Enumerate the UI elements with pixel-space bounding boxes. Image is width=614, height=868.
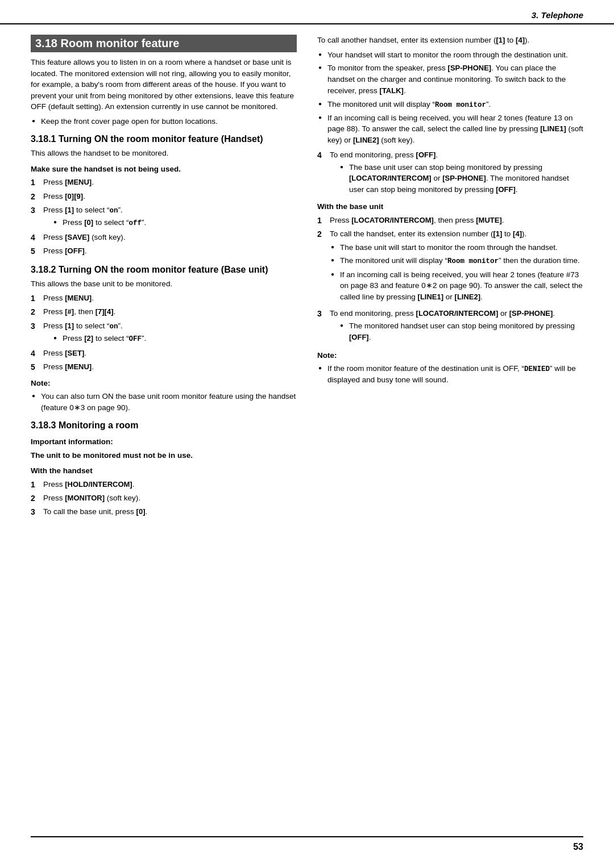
step-2-5: 5 Press [MENU]. (31, 361, 297, 373)
base-step-2-num: 2 (317, 228, 330, 306)
header-title: 3. Telephone (532, 10, 583, 20)
step-2-1-content: Press [MENU]. (43, 293, 297, 304)
right-step-4: 4 To end monitoring, press [OFF]. The ba… (317, 149, 583, 197)
base-step-3-sub-1: The monitored handset user can stop bein… (340, 320, 583, 343)
sub2-note: Note: You can also turn ON the base unit… (31, 378, 297, 414)
section-title-bar: 3.18 Room monitor feature (31, 35, 297, 52)
step-1-4: 4 Press [SAVE] (soft key). (31, 232, 297, 243)
right-bullet-1: Your handset will start to monitor the r… (317, 49, 583, 61)
step-1-1: 1 Press [MENU]. (31, 177, 297, 188)
page-container: 3. Telephone 3.18 Room monitor feature T… (0, 0, 614, 868)
step-3-2: 2 Press [MONITOR] (soft key). (31, 493, 297, 504)
step-2-1: 1 Press [MENU]. (31, 293, 297, 304)
step-3-2-num: 2 (31, 493, 43, 504)
base-step-1-content: Press [LOCATOR/INTERCOM], then press [MU… (330, 215, 583, 226)
sub2-note-bullet-1: You can also turn ON the base unit room … (31, 391, 297, 413)
step-2-2: 2 Press [#], then [7][4]. (31, 306, 297, 318)
right-note-bullet-1: If the room monitor feature of the desti… (317, 363, 583, 386)
step-1-4-content: Press [SAVE] (soft key). (43, 232, 297, 243)
base-step-2-b2: The monitored unit will display “Room mo… (330, 255, 583, 266)
right-bullet-4: If an incoming call is being received, y… (317, 112, 583, 146)
section-intro: This feature allows you to listen in on … (31, 57, 297, 112)
step-1-2-num: 2 (31, 191, 43, 202)
right-step-4-content: To end monitoring, press [OFF]. The base… (330, 149, 583, 197)
base-step-1-num: 1 (317, 215, 330, 226)
page-header: 3. Telephone (0, 0, 614, 24)
step-2-4-content: Press [SET]. (43, 348, 297, 359)
right-step-4-sub: The base unit user can stop being monito… (340, 162, 583, 195)
base-label: With the base unit (317, 201, 583, 212)
page-number: 53 (573, 842, 583, 852)
right-intro: To call another handset, enter its exten… (317, 35, 583, 46)
sub2-note-bullets: You can also turn ON the base unit room … (31, 391, 297, 413)
step-1-3-content: Press [1] to select “on”. Press [0] to s… (43, 205, 297, 229)
sub2-note-label: Note: (31, 378, 297, 389)
right-bullet-2: To monitor from the speaker, press [SP-P… (317, 62, 583, 96)
step-2-3-num: 3 (31, 320, 43, 345)
right-note-bullets: If the room monitor feature of the desti… (317, 363, 583, 386)
sub1-heading: 3.18.1 Turning ON the room monitor featu… (31, 133, 297, 145)
step-2-3-sub-1: Press [2] to select “OFF”. (53, 333, 297, 344)
right-bullets-1: Your handset will start to monitor the r… (317, 49, 583, 146)
sub3-heading: 3.18.3 Monitoring a room (31, 420, 297, 432)
base-step-3: 3 To end monitoring, press [LOCATOR/INTE… (317, 308, 583, 344)
step-1-3: 3 Press [1] to select “on”. Press [0] to… (31, 205, 297, 229)
step-1-5-num: 5 (31, 245, 43, 257)
step-1-1-content: Press [MENU]. (43, 177, 297, 188)
base-step-2-b1: The base unit will start to monitor the … (330, 242, 583, 253)
right-column: To call another handset, enter its exten… (317, 35, 583, 520)
step-1-3-sub: Press [0] to select “off”. (53, 217, 297, 228)
step-2-3-content: Press [1] to select “on”. Press [2] to s… (43, 320, 297, 345)
intro-bullets: Keep the front cover page open for butto… (31, 116, 297, 127)
sub2-intro: This allows the base unit to be monitore… (31, 278, 297, 290)
step-1-3-num: 3 (31, 205, 43, 229)
base-step-2-bullets: The base unit will start to monitor the … (330, 242, 583, 303)
step-1-3-sub-1: Press [0] to select “off”. (53, 217, 297, 228)
key-09: [0][9] (65, 192, 83, 201)
right-note: Note: If the room monitor feature of the… (317, 350, 583, 386)
section-title: 3.18 Room monitor feature (35, 37, 292, 50)
base-step-1: 1 Press [LOCATOR/INTERCOM], then press [… (317, 215, 583, 226)
step-3-1-content: Press [HOLD/INTERCOM]. (43, 479, 297, 490)
base-step-3-sub: The monitored handset user can stop bein… (340, 320, 583, 343)
sub3-handset-label: With the handset (31, 465, 297, 477)
step-3-3-num: 3 (31, 506, 43, 518)
step-3-1: 1 Press [HOLD/INTERCOM]. (31, 479, 297, 490)
step-2-3-sub: Press [2] to select “OFF”. (53, 333, 297, 344)
step-3-3: 3 To call the base unit, press [0]. (31, 506, 297, 518)
sub1-bold: Make sure the handset is not being used. (31, 164, 297, 175)
page-footer: 53 (573, 842, 583, 852)
base-step-3-num: 3 (317, 308, 330, 344)
sub2-heading: 3.18.2 Turning ON the room monitor featu… (31, 264, 297, 276)
base-step-3-content: To end monitoring, press [LOCATOR/INTERC… (330, 308, 583, 344)
step-2-2-num: 2 (31, 306, 43, 318)
sub3-bold2: The unit to be monitored must not be in … (31, 450, 297, 461)
step-2-1-num: 1 (31, 293, 43, 304)
step-2-5-num: 5 (31, 361, 43, 373)
base-step-2-b3: If an incoming call is being received, y… (330, 269, 583, 303)
step-2-5-content: Press [MENU]. (43, 361, 297, 373)
sub3-bold1: Important information: (31, 436, 297, 448)
step-1-2: 2 Press [0][9]. (31, 191, 297, 202)
base-step-2: 2 To call the handset, enter its extensi… (317, 228, 583, 306)
sub1-intro: This allows the handset to be monitored. (31, 148, 297, 159)
step-3-3-content: To call the base unit, press [0]. (43, 506, 297, 518)
step-3-1-num: 1 (31, 479, 43, 490)
right-note-label: Note: (317, 350, 583, 361)
right-step-4-num: 4 (317, 149, 330, 197)
step-2-4-num: 4 (31, 348, 43, 359)
step-1-1-num: 1 (31, 177, 43, 188)
step-1-4-num: 4 (31, 232, 43, 243)
step-2-3: 3 Press [1] to select “on”. Press [2] to… (31, 320, 297, 345)
right-bullet-3: The monitored unit will display “Room mo… (317, 99, 583, 110)
intro-bullet-1: Keep the front cover page open for butto… (31, 116, 297, 127)
footer-line (31, 836, 583, 837)
right-step-4-sub-1: The base unit user can stop being monito… (340, 162, 583, 195)
step-3-2-content: Press [MONITOR] (soft key). (43, 493, 297, 504)
step-1-2-content: Press [0][9]. (43, 191, 297, 202)
key-menu: [MENU] (65, 178, 92, 186)
step-2-2-content: Press [#], then [7][4]. (43, 306, 297, 318)
base-step-2-content: To call the handset, enter its extension… (330, 228, 583, 306)
step-1-5: 5 Press [OFF]. (31, 245, 297, 257)
left-column: 3.18 Room monitor feature This feature a… (31, 35, 297, 520)
